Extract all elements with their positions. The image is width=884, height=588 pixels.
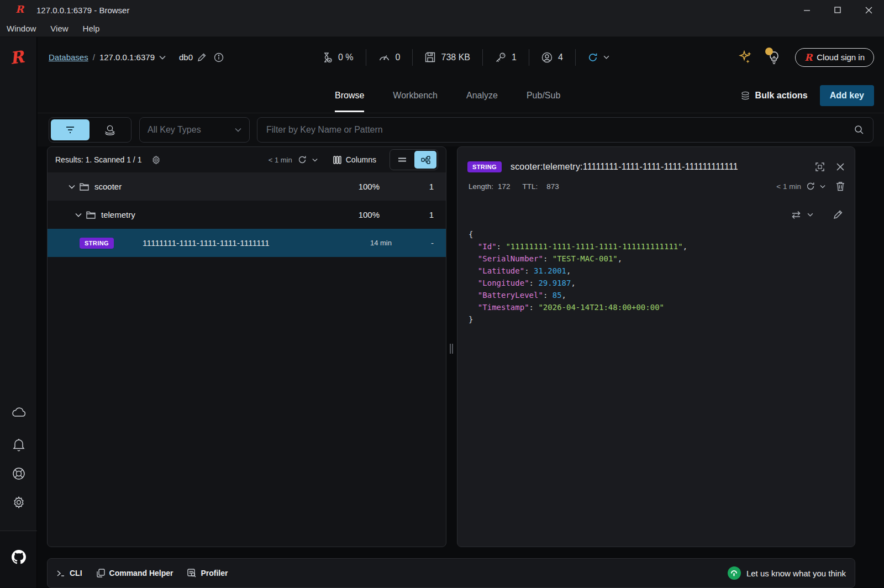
left-sidebar: R <box>0 37 37 588</box>
key-types-select[interactable]: All Key Types <box>139 117 250 143</box>
keys-last-refresh: < 1 min <box>269 156 292 164</box>
overview-refresh[interactable] <box>576 53 622 62</box>
chevron-down-icon[interactable] <box>69 185 75 189</box>
info-icon[interactable] <box>214 53 224 62</box>
fullscreen-icon[interactable] <box>815 162 825 172</box>
tree-folder-row[interactable]: telemetry100%1 <box>48 201 446 229</box>
command-helper-icon <box>97 569 105 578</box>
copilot-sparkles-icon[interactable] <box>739 50 753 65</box>
ttl-label[interactable]: TTL: <box>523 182 538 191</box>
tab-pubsub[interactable]: Pub/Sub <box>527 77 560 113</box>
filter-mode-toggle <box>49 117 131 143</box>
key-type-badge: STRING <box>467 161 502 172</box>
detail-refresh-icon[interactable] <box>806 182 815 191</box>
tab-analyze[interactable]: Analyze <box>466 77 498 113</box>
menu-help[interactable]: Help <box>83 24 100 33</box>
stat-commands-gauge: 0 <box>366 53 413 62</box>
terminal-prompt-icon <box>56 570 65 577</box>
overview-refresh-icon[interactable] <box>588 53 598 62</box>
title-bar: R 127.0.0.1:6379 - Browser <box>0 0 884 20</box>
close-button[interactable] <box>853 0 884 20</box>
cloud-sign-in-button[interactable]: R Cloud sign in <box>795 48 874 67</box>
detail-refresh-chevron-icon[interactable] <box>820 185 825 188</box>
key-search-box <box>257 117 874 143</box>
close-detail-icon[interactable] <box>836 162 845 171</box>
keys-panel: Results: 1. Scanned 1 / 1 < 1 min Column… <box>47 146 446 547</box>
command-helper-button[interactable]: Command Helper <box>97 569 173 578</box>
maximize-button[interactable] <box>822 0 853 20</box>
stat-cpu-usage: 0 % <box>309 52 366 63</box>
delete-key-trash-icon[interactable] <box>836 181 845 191</box>
layers-icon <box>740 91 750 101</box>
length-label: Length: <box>469 182 493 191</box>
list-view-button[interactable] <box>391 151 413 169</box>
folder-icon <box>86 211 96 219</box>
stat-connected-clients: 4 <box>529 52 575 63</box>
tab-workbench[interactable]: Workbench <box>393 77 438 113</box>
keys-panel-header: Results: 1. Scanned 1 / 1 < 1 min Column… <box>48 147 446 172</box>
add-key-button[interactable]: Add key <box>820 85 874 106</box>
redis-sidebar-logo-icon[interactable]: R <box>9 48 28 67</box>
key-size: - <box>431 238 434 248</box>
commands-gauge-icon <box>378 53 390 61</box>
edit-value-pencil-icon[interactable] <box>833 210 843 219</box>
settings-gear-icon[interactable] <box>0 496 37 509</box>
tree-folder-row[interactable]: scooter100%1 <box>48 172 446 201</box>
refresh-icon[interactable] <box>298 155 307 164</box>
menu-bar: Window View Help <box>0 20 884 37</box>
key-value-json[interactable]: { "Id": "11111111-1111-1111-1111-1111111… <box>469 228 855 326</box>
instance-chevron-down-icon[interactable] <box>159 55 166 60</box>
edit-db-pencil-icon[interactable] <box>197 53 206 62</box>
browser-tabs-row: BrowseWorkbenchAnalyzePub/Sub Bulk actio… <box>38 77 884 113</box>
notifications-bell-icon[interactable] <box>0 438 37 452</box>
key-ttl: 14 min <box>370 239 392 247</box>
window-title: 127.0.0.1:6379 - Browser <box>36 6 129 15</box>
breadcrumb-instance: 127.0.0.1:6379 <box>99 53 155 62</box>
minimize-button[interactable] <box>791 0 822 20</box>
stat-memory: 738 KB <box>413 52 482 62</box>
key-tree: scooter100%1telemetry100%1STRING11111111… <box>48 172 446 257</box>
panel-resize-handle[interactable] <box>449 342 454 356</box>
key-name: 11111111-1111-1111-1111-1111111 <box>143 238 270 248</box>
cloud-icon[interactable] <box>0 407 37 417</box>
profiler-button[interactable]: Profiler <box>187 569 228 578</box>
overview-refresh-chevron-icon[interactable] <box>603 55 609 59</box>
feedback-link[interactable]: Let us know what you think <box>728 566 846 580</box>
format-chevron-down-icon[interactable] <box>807 213 813 217</box>
scan-settings-gear-icon[interactable] <box>151 155 161 165</box>
menu-view[interactable]: View <box>50 24 68 33</box>
chevron-down-icon <box>235 128 241 132</box>
filter-row: All Key Types <box>38 113 884 146</box>
bottom-bar: CLI Command Helper Profiler Let us know … <box>47 558 855 588</box>
filter-mode-scan-button[interactable] <box>91 119 129 140</box>
redis-logo-icon: R <box>15 5 25 15</box>
search-icon[interactable] <box>854 125 864 135</box>
view-mode-toggle <box>390 149 438 170</box>
filter-mode-filter-button[interactable] <box>51 119 90 140</box>
length-value: 172 <box>498 182 511 191</box>
notification-dot <box>765 48 773 55</box>
chevron-down-icon[interactable] <box>75 213 82 217</box>
tab-browse[interactable]: Browse <box>335 77 364 113</box>
detail-last-refresh: < 1 min <box>776 182 801 191</box>
bulk-actions-button[interactable]: Bulk actions <box>740 91 808 101</box>
cli-button[interactable]: CLI <box>56 569 82 578</box>
connected-clients-icon <box>541 52 552 63</box>
insights-lightbulb-icon[interactable] <box>767 50 781 65</box>
breadcrumb: Databases / 127.0.0.1:6379 db0 <box>49 53 224 62</box>
format-swap-icon[interactable] <box>791 211 802 219</box>
ttl-value[interactable]: 873 <box>546 182 559 191</box>
tree-key-row[interactable]: STRING11111111-1111-1111-1111-111111114 … <box>48 229 446 257</box>
columns-button[interactable]: Columns <box>333 155 376 164</box>
cpu-usage-icon <box>322 52 333 63</box>
menu-window[interactable]: Window <box>7 24 36 33</box>
tree-view-button[interactable] <box>414 151 436 169</box>
github-icon[interactable] <box>0 550 37 564</box>
breadcrumb-databases-link[interactable]: Databases <box>49 53 88 62</box>
redis-cloud-logo-icon: R <box>804 52 812 63</box>
refresh-chevron-down-icon[interactable] <box>312 158 318 162</box>
key-detail-panel: STRING scooter:telemetry:11111111-1111-1… <box>457 146 855 547</box>
db-index: db0 <box>179 53 193 62</box>
key-search-input[interactable] <box>266 125 854 135</box>
help-lifebuoy-icon[interactable] <box>0 467 37 480</box>
